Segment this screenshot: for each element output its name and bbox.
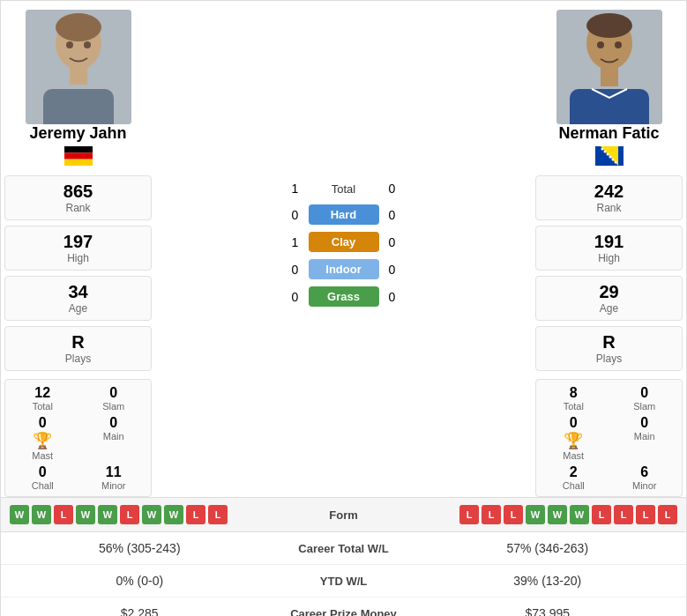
total-score-right: 0 [379,182,406,196]
left-avatar [26,10,131,124]
right-plays-label: Plays [536,353,682,365]
right-high-block: 191 High [535,226,683,271]
surface-rows: 1 Total 0 0 Hard 0 1 Clay 0 0 Indoor 0 [155,173,532,497]
hard-badge: Hard [309,204,379,225]
career-wl-right: 57% (346-263) [423,541,673,555]
form-badge: L [54,505,73,524]
left-high-value: 197 [5,232,151,252]
left-plays-label: Plays [5,353,151,365]
left-info-grid: 12 Total 0 Slam 0 🏆 Mast 0 Main [4,379,152,497]
clay-badge: Clay [309,232,379,252]
right-age-block: 29 Age [535,276,683,321]
total-score-left: 1 [282,182,309,196]
form-badge: L [614,505,633,524]
form-badge: L [208,505,228,524]
svg-rect-9 [64,160,93,166]
total-label: Total [309,182,379,196]
right-total-cell: 8 Total [540,385,608,412]
svg-rect-13 [570,89,649,124]
left-chall-cell: 0 Chall [9,464,77,491]
hard-score-left: 0 [282,208,309,222]
svg-rect-14 [601,67,618,86]
left-main-cell: 0 Main [80,415,148,461]
left-minor-cell: 11 Minor [80,464,148,491]
svg-point-12 [586,13,632,38]
indoor-score-left: 0 [282,263,309,277]
form-badge: L [636,505,655,524]
svg-point-22 [609,156,611,159]
form-badge: W [164,505,183,524]
left-high-label: High [5,252,151,264]
form-badge: W [548,505,567,524]
form-badge: L [504,505,523,524]
form-badge: L [658,505,677,524]
grass-badge: Grass [309,286,379,307]
left-total-cell: 12 Total [9,385,77,412]
right-minor-cell: 6 Minor [611,464,679,491]
left-slam-cell: 0 Slam [80,385,148,412]
right-rank-label: Rank [536,202,682,214]
prize-left: $2,285 [15,606,265,616]
left-age-label: Age [5,302,151,315]
grass-score-left: 0 [282,290,309,304]
prize-right: $73,995 [423,606,673,616]
svg-point-6 [84,41,91,48]
left-flag-icon [64,146,93,166]
svg-point-16 [615,41,622,48]
form-badge: W [76,505,95,524]
right-main-cell: 0 Main [611,415,679,461]
left-player-name: Jeremy Jahn [29,124,126,143]
left-form-badges: WWLWWLWWLL [10,505,300,524]
ytd-wl-right: 39% (13-20) [423,574,673,588]
svg-point-19 [601,148,603,151]
grass-row: 0 Grass 0 [155,286,532,307]
svg-point-2 [56,13,101,41]
left-high-block: 197 High [4,226,152,271]
career-wl-label: Career Total W/L [265,542,423,555]
prize-row: $2,285 Career Prize Money $73,995 [1,597,686,616]
right-form-badges: LLLWWWLLLL [388,505,678,524]
ytd-wl-label: YTD W/L [265,575,423,588]
hard-row: 0 Hard 0 [155,204,532,225]
right-rank-block: 242 Rank [535,175,683,220]
right-info-grid: 8 Total 0 Slam 0 🏆 Mast 0 Main [535,379,683,497]
svg-rect-3 [43,89,114,124]
right-plays-block: R Plays [535,326,683,371]
svg-point-24 [614,161,616,164]
right-player-name: Nerman Fatic [558,124,659,143]
total-row: 1 Total 0 [155,182,532,196]
svg-point-15 [597,41,604,48]
form-badge: L [459,505,479,524]
form-badge: W [32,505,51,524]
left-rank-value: 865 [5,182,151,202]
main-stats-area: 865 Rank 197 High 34 Age R Plays 12 T [1,173,686,497]
form-badge: W [526,505,545,524]
svg-point-21 [606,153,609,156]
left-player-stats: 865 Rank 197 High 34 Age R Plays 12 T [1,173,155,497]
left-age-block: 34 Age [4,276,152,321]
right-rank-value: 242 [536,182,682,202]
right-avatar [556,10,662,124]
indoor-badge: Indoor [309,259,379,279]
ytd-wl-row: 0% (0-0) YTD W/L 39% (13-20) [1,565,686,597]
clay-score-left: 1 [282,235,309,249]
main-container: Jeremy Jahn [0,0,687,616]
left-rank-block: 865 Rank [4,175,152,220]
indoor-score-right: 0 [379,263,406,277]
stats-table: 56% (305-243) Career Total W/L 57% (346-… [1,531,686,616]
form-badge: W [142,505,161,524]
right-slam-cell: 0 Slam [611,385,679,412]
indoor-row: 0 Indoor 0 [155,259,532,279]
right-mast-cell: 0 🏆 Mast [540,415,608,461]
clay-score-right: 0 [379,235,406,249]
clay-row: 1 Clay 0 [155,232,532,252]
left-rank-label: Rank [5,202,151,214]
svg-point-5 [66,41,73,48]
hard-score-right: 0 [379,208,406,222]
form-badge: L [482,505,501,524]
left-trophy-icon: 🏆 [33,431,52,450]
form-section: WWLWWLWWLL Form LLLWWWLLLL [1,497,686,531]
left-plays-value: R [5,332,151,353]
form-badge: L [120,505,139,524]
svg-rect-4 [70,67,87,85]
